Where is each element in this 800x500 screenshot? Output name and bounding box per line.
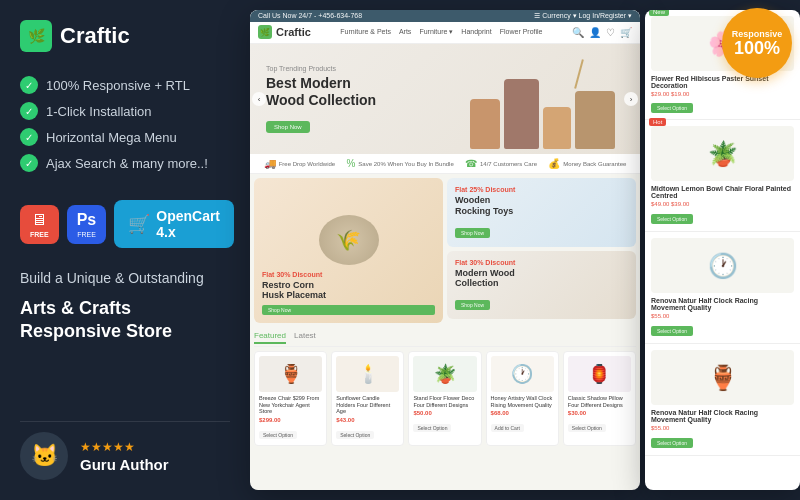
check-icon-3: ✓: [20, 128, 38, 146]
product-btn-3[interactable]: Add to Cart: [491, 424, 524, 432]
percent-icon: %: [346, 158, 355, 169]
product-card-1: 🕯️ Sunflower Candle Holders Four Differe…: [331, 351, 404, 446]
right-product-1: Hot 🪴 Midtown Lemon Bowl Chair Floral Pa…: [645, 120, 800, 232]
product-btn-1[interactable]: Select Option: [336, 431, 374, 439]
menu-item-4[interactable]: Handprint: [461, 28, 491, 36]
author-name: Guru Author: [80, 456, 169, 473]
hero-prev-arrow[interactable]: ‹: [252, 92, 266, 106]
user-icon[interactable]: 👤: [589, 27, 601, 38]
shop-logo-leaf: 🌿: [260, 28, 270, 37]
right-product-btn-1[interactable]: Select Option: [651, 214, 693, 224]
banner-title-left: Restro CornHusk Placemat: [262, 280, 435, 302]
feature-item-3: ✓ Horizontal Mega Menu: [20, 128, 230, 146]
featured-section: Featured Latest 🏺 Breeze Chair $299 From…: [250, 327, 640, 450]
candle-1: [470, 99, 500, 149]
product-img-3: 🕐: [491, 356, 554, 392]
right-product-img-1: 🪴: [651, 126, 794, 181]
product-name-2: Stand Floor Flower Deco Four Different D…: [413, 395, 476, 408]
banner-card-right-top: Flat 25% Discount WoodenRocking Toys Sho…: [447, 178, 636, 247]
hero-image: [470, 49, 630, 149]
product-name-0: Breeze Chair $299 From New Yorkchair Age…: [259, 395, 322, 415]
author-avatar: 🐱: [20, 432, 68, 480]
menu-item-5[interactable]: Flower Profile: [500, 28, 543, 36]
candle-3: [543, 107, 571, 149]
feature-strip-3: ☎ 14/7 Customers Care: [465, 158, 537, 169]
features-strip: 🚚 Free Drop Worldwide % Save 20% When Yo…: [250, 154, 640, 174]
shop-nav: 🌿 Craftic Furniture & Pets Arts Furnitur…: [258, 25, 632, 39]
banner-btn-left[interactable]: Shop Now: [262, 305, 435, 315]
tab-featured[interactable]: Featured: [254, 331, 286, 344]
cart-icon: 🛒: [128, 213, 150, 235]
product-price-4: $30.00: [568, 410, 631, 416]
shop-logo: 🌿 Craftic: [258, 25, 311, 39]
right-badge-1: Hot: [649, 118, 666, 126]
menu-item-2[interactable]: Arts: [399, 28, 411, 36]
check-icon-1: ✓: [20, 76, 38, 94]
product-price-0: $299.00: [259, 417, 322, 423]
product-price-1: $43.00: [336, 417, 399, 423]
right-product-price-1: $49.00 $39.00: [651, 201, 794, 207]
banner-btn-rb[interactable]: Shop Now: [455, 300, 490, 310]
product-price-3: $68.00: [491, 410, 554, 416]
hero-shop-button[interactable]: Shop Now: [266, 121, 310, 133]
product-banners: 🌾 Flat 30% Discount Restro CornHusk Plac…: [250, 174, 640, 327]
product-btn-4[interactable]: Select Option: [568, 424, 606, 432]
hero-title: Best ModernWood Collection: [266, 75, 376, 109]
right-product-btn-3[interactable]: Select Option: [651, 438, 693, 448]
shop-menu: Furniture & Pets Arts Furniture ▾ Handpr…: [340, 28, 542, 36]
menu-item-1[interactable]: Furniture & Pets: [340, 28, 391, 36]
tagline: Build a Unique & Outstanding: [20, 268, 230, 289]
brand-name: Craftic: [60, 23, 130, 49]
banner-discount-rt: Flat 25% Discount: [455, 186, 628, 193]
feature-strip-2: % Save 20% When You Buy In Bundle: [346, 158, 453, 169]
right-product-3: 🏺 Renova Natur Half Clock Racing Movemen…: [645, 344, 800, 456]
right-product-name-2: Renova Natur Half Clock Racing Movement …: [651, 297, 794, 311]
left-panel: 🌿 Craftic ✓ 100% Responsive + RTL ✓ 1-Cl…: [0, 0, 250, 500]
right-product-name-3: Renova Natur Half Clock Racing Movement …: [651, 409, 794, 423]
right-product-price-0: $29.00 $19.00: [651, 91, 794, 97]
right-product-price-3: $55.00: [651, 425, 794, 431]
banner-discount-rb: Flat 30% Discount: [455, 259, 628, 266]
truck-icon: 🚚: [264, 158, 276, 169]
badge-ps: Ps FREE: [67, 205, 107, 244]
author-section: 🐱 ★★★★★ Guru Author: [20, 421, 230, 480]
tab-latest[interactable]: Latest: [294, 331, 316, 344]
hero-text: Top Trending Products Best ModernWood Co…: [266, 65, 376, 133]
shop-topbar: Call Us Now 24/7 - +456-634-768 ☰ Curren…: [250, 10, 640, 22]
right-product-img-3: 🏺: [651, 350, 794, 405]
badge-opencart: 🛒 OpenCart 4.x: [114, 200, 234, 248]
product-name-3: Honey Artistry Wall Clock Rising Movemen…: [491, 395, 554, 408]
right-panel: New 🌸 Flower Red Hibiscus Paster Sunset …: [645, 10, 800, 490]
author-info: ★★★★★ Guru Author: [80, 440, 169, 473]
store-title: Arts & CraftsResponsive Store: [20, 297, 230, 344]
hero-next-arrow[interactable]: ›: [624, 92, 638, 106]
shop-header: Call Us Now 24/7 - +456-634-768 ☰ Curren…: [250, 10, 640, 44]
product-btn-0[interactable]: Select Option: [259, 431, 297, 439]
right-product-btn-2[interactable]: Select Option: [651, 326, 693, 336]
cart-header-icon[interactable]: 🛒: [620, 27, 632, 38]
banner-btn-rt[interactable]: Shop Now: [455, 228, 490, 238]
author-avatar-icon: 🐱: [31, 443, 58, 469]
feature-strip-4: 💰 Money Back Guarantee: [548, 158, 626, 169]
features-list: ✓ 100% Responsive + RTL ✓ 1-Click Instal…: [20, 76, 230, 180]
right-product-btn-0[interactable]: Select Option: [651, 103, 693, 113]
right-badge-0: New: [649, 10, 669, 16]
banner-card-right-bottom: Flat 30% Discount Modern WoodCollection …: [447, 251, 636, 320]
right-product-price-2: $55.00: [651, 313, 794, 319]
product-btn-2[interactable]: Select Option: [413, 424, 451, 432]
hero-subtitle: Top Trending Products: [266, 65, 376, 72]
menu-item-3[interactable]: Furniture ▾: [419, 28, 453, 36]
feature-strip-1: 🚚 Free Drop Worldwide: [264, 158, 336, 169]
right-product-img-2: 🕐: [651, 238, 794, 293]
search-icon[interactable]: 🔍: [572, 27, 584, 38]
author-stars: ★★★★★: [80, 440, 169, 454]
check-icon-4: ✓: [20, 154, 38, 172]
shop-icons: 🔍 👤 ♡ 🛒: [572, 27, 632, 38]
tech-badges: 🖥 FREE Ps FREE 🛒 OpenCart 4.x: [20, 200, 230, 248]
wishlist-icon[interactable]: ♡: [606, 27, 615, 38]
product-name-1: Sunflower Candle Holders Four Different …: [336, 395, 399, 415]
support-icon: ☎: [465, 158, 477, 169]
product-price-2: $50.00: [413, 410, 476, 416]
product-img-0: 🏺: [259, 356, 322, 392]
feature-item-1: ✓ 100% Responsive + RTL: [20, 76, 230, 94]
